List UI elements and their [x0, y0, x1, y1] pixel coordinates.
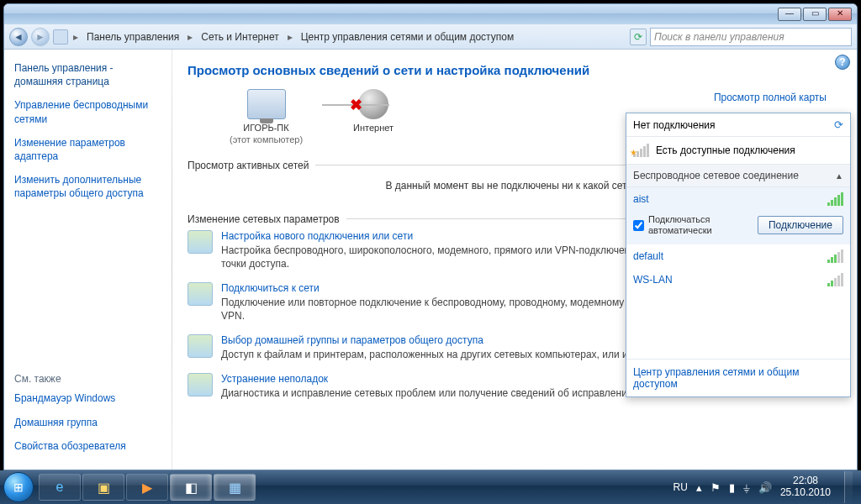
see-also-firewall[interactable]: Брандмауэр Windows — [14, 391, 162, 405]
troubleshoot-icon — [188, 373, 213, 396]
task-link[interactable]: Устранение неполадок — [221, 373, 328, 385]
flyout-status: ★ Есть доступные подключения — [626, 137, 850, 165]
clock-time: 22:08 — [780, 475, 831, 487]
tray-clock[interactable]: 22:08 25.10.2010 — [780, 475, 831, 499]
address-bar: ◄ ► ▸ Панель управления ▸ Сеть и Интерне… — [4, 24, 857, 50]
breadcrumb-item[interactable]: Панель управления — [83, 29, 182, 45]
ie-icon: e — [56, 480, 64, 495]
minimize-button[interactable]: — — [778, 8, 801, 21]
chevron-right-icon: ▸ — [186, 31, 194, 43]
back-button[interactable]: ◄ — [9, 28, 28, 46]
connect-icon — [188, 282, 213, 306]
network-flyout: Нет подключения ⟳ ★ Есть доступные подкл… — [626, 113, 851, 397]
tray-battery-icon[interactable]: ▮ — [729, 481, 735, 494]
section-label: Просмотр активных сетей — [188, 160, 309, 171]
tray-network-icon[interactable]: ⏚ — [743, 481, 750, 494]
taskbar-control-panel[interactable]: ▦ — [214, 474, 256, 501]
pc-icon — [247, 89, 286, 119]
search-input[interactable]: Поиск в панели управления — [650, 28, 852, 46]
network-item-default[interactable]: default — [626, 244, 850, 268]
control-panel-icon: ▦ — [229, 480, 241, 496]
chevron-right-icon: ▸ — [71, 31, 80, 43]
network-item-wslan[interactable]: WS-LAN — [626, 268, 850, 291]
signal-icon: ★ — [633, 144, 649, 157]
close-button[interactable]: ✕ — [828, 8, 852, 21]
play-icon: ▶ — [142, 480, 152, 496]
section-label: Изменение сетевых параметров — [188, 213, 340, 225]
signal-bars-icon — [827, 192, 843, 206]
task-desc: Диагностика и исправление сетевых пробле… — [221, 386, 636, 400]
maximize-button[interactable]: ▭ — [803, 8, 827, 21]
task-link[interactable]: Выбор домашней группы и параметров общег… — [221, 334, 483, 346]
tray-lang[interactable]: RU — [673, 481, 688, 493]
auto-connect-label: Подключаться автоматически — [648, 214, 753, 236]
page-title: Просмотр основных сведений о сети и наст… — [188, 63, 833, 77]
nav-link-adapter[interactable]: Изменение параметров адаптера — [14, 136, 162, 163]
chevron-right-icon: ▸ — [286, 31, 294, 43]
control-panel-icon — [53, 29, 68, 45]
map-this-pc: ИГОРЬ-ПК (этот компьютер) — [230, 89, 303, 146]
breadcrumb-item[interactable]: Центр управления сетями и общим доступом — [298, 29, 518, 45]
signal-bars-icon — [827, 273, 843, 286]
task-link[interactable]: Настройка нового подключения или сети — [221, 230, 413, 242]
nav-link-sharing[interactable]: Изменить дополнительные параметры общего… — [14, 173, 162, 200]
network-name: default — [633, 250, 663, 262]
network-item-aist[interactable]: aist — [626, 187, 850, 211]
homegroup-icon — [188, 334, 213, 358]
nav-pane: Панель управления - домашняя страница Уп… — [4, 50, 172, 470]
refresh-button[interactable]: ⟳ — [630, 29, 647, 45]
connect-button[interactable]: Подключение — [758, 216, 843, 234]
app-icon: ◧ — [185, 480, 198, 496]
taskbar: ⊞ e ▣ ▶ ◧ ▦ RU ▴ ⚑ ▮ ⏚ 🔊 22:08 25.10.201… — [0, 470, 861, 504]
pc-subtitle: (этот компьютер) — [230, 134, 303, 146]
tray: RU ▴ ⚑ ▮ ⏚ 🔊 22:08 25.10.2010 — [673, 471, 858, 503]
internet-label: Интернет — [353, 123, 394, 134]
signal-bars-icon — [827, 249, 843, 263]
chevron-up-icon: ▲ — [835, 171, 843, 181]
tray-volume-icon[interactable]: 🔊 — [758, 481, 772, 494]
breadcrumb-item[interactable]: Сеть и Интернет — [198, 29, 282, 45]
connection-broken-icon: ✖ — [347, 96, 364, 113]
task-link[interactable]: Подключиться к сети — [221, 282, 320, 294]
flyout-header: Нет подключения ⟳ — [626, 113, 850, 137]
see-also-homegroup[interactable]: Домашняя группа — [14, 416, 162, 429]
titlebar[interactable]: — ▭ ✕ — [4, 4, 857, 24]
nav-link-wireless[interactable]: Управление беспроводными сетями — [14, 98, 162, 125]
flyout-footer-link[interactable]: Центр управления сетями и общим доступом — [626, 359, 850, 396]
adapter-label: Беспроводное сетевое соединение — [633, 170, 799, 181]
adapter-header[interactable]: Беспроводное сетевое соединение ▲ — [626, 165, 850, 187]
tray-chevron-icon[interactable]: ▴ — [696, 481, 702, 494]
nav-home[interactable]: Панель управления - домашняя страница — [14, 61, 162, 88]
network-connect-panel: Подключаться автоматически Подключение — [626, 211, 850, 244]
show-desktop-button[interactable] — [844, 471, 853, 503]
avail-label: Есть доступные подключения — [656, 144, 795, 156]
clock-date: 25.10.2010 — [780, 487, 831, 499]
pc-name: ИГОРЬ-ПК — [230, 123, 303, 134]
auto-connect-checkbox[interactable] — [633, 220, 644, 231]
see-also: См. также Брандмауэр Windows Домашняя гр… — [14, 373, 162, 463]
search-placeholder: Поиск в панели управления — [654, 31, 784, 43]
taskbar-app1[interactable]: ◧ — [170, 474, 212, 501]
network-name: WS-LAN — [633, 274, 673, 286]
taskbar-explorer[interactable]: ▣ — [82, 474, 124, 501]
see-also-header: См. также — [14, 373, 162, 385]
tray-flag-icon[interactable]: ⚑ — [710, 481, 721, 494]
folder-icon: ▣ — [98, 480, 110, 496]
noconn-label: Нет подключения — [633, 119, 716, 131]
new-connection-icon — [188, 230, 213, 254]
see-also-ie-options[interactable]: Свойства обозревателя — [14, 439, 162, 453]
taskbar-ie[interactable]: e — [39, 474, 81, 501]
start-button[interactable]: ⊞ — [3, 472, 34, 502]
refresh-icon[interactable]: ⟳ — [834, 118, 843, 131]
forward-button[interactable]: ► — [31, 28, 50, 46]
taskbar-mediaplayer[interactable]: ▶ — [126, 474, 168, 501]
network-name: aist — [633, 193, 649, 205]
